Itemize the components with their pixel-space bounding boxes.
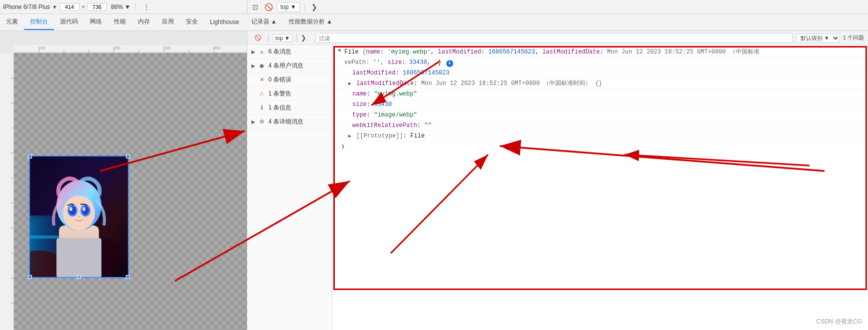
msg-item-verbose[interactable]: ▶ ⚙ 4 条详细消息 [247, 115, 332, 129]
more-options-icon[interactable]: ⋮ [141, 2, 152, 12]
file-name-val: 'myimg.webp' [387, 48, 430, 56]
msg-icon-error: ✕ [258, 76, 265, 83]
log-line-lastmodified: lastModified: 1686567145023 [332, 68, 868, 78]
device-preview-panel: 100 200 300 400 [0, 31, 247, 330]
svg-text:100: 100 [38, 46, 45, 50]
expand-icon[interactable]: ❯ [301, 34, 306, 42]
tab-lighthouse[interactable]: Lighthouse [204, 16, 245, 30]
lastmodified-content: lastModified: 1686567145023 [352, 68, 864, 78]
msg-item-warning[interactable]: ▶ ⚠ 1 条警告 [247, 87, 332, 101]
size-val: 33430 [374, 101, 392, 108]
console-output[interactable]: ▼ File {name: 'myimg.webp', lastModified… [332, 45, 868, 330]
filter-input[interactable] [315, 33, 793, 43]
msg-count-warning: 1 条警告 [268, 90, 291, 98]
log-level-dropdown[interactable]: 默认级别 ▼ [796, 34, 840, 42]
console-cursor-line[interactable]: ❯ [332, 142, 868, 150]
ruler-horizontal: 100 200 300 400 [14, 45, 247, 53]
prototype-content: [[Prototype]]: File [356, 132, 864, 140]
tab-application[interactable]: 应用 [156, 14, 180, 30]
log-line-prototype: ▶ [[Prototype]]: File [332, 131, 868, 142]
tab-network[interactable]: 网络 [84, 14, 108, 30]
devtools-tabs: 元素 控制台 源代码 网络 性能 内存 应用 安全 Lighthouse 记录器… [0, 14, 868, 31]
resize-handle-tr[interactable] [126, 154, 130, 158]
webkit-val: "" [424, 122, 431, 129]
device-height-input[interactable] [87, 3, 107, 11]
lmd-val: Mon Jun 12 2023 18:52:25 GMT+0800 （中国标准时… [421, 80, 602, 87]
msg-count-info: 1 条信息 [268, 104, 291, 112]
settings-icon[interactable]: 🚫 [262, 2, 275, 12]
clear-console-button[interactable]: 🚫 [251, 34, 264, 42]
name-val: "myimg.webp" [374, 90, 417, 98]
proto-val: File [410, 132, 425, 140]
toolbar-separator [135, 3, 136, 11]
expand-btn-proto[interactable]: ▶ [348, 132, 355, 140]
expand-btn-file[interactable]: ▼ [335, 49, 343, 56]
top-selector[interactable]: top ▼ [277, 2, 300, 12]
name-key: name [352, 90, 367, 98]
msg-item-user[interactable]: ▶ ◉ 4 条用户消息 [247, 59, 332, 73]
file-lmd-key: lastModifiedDate [542, 48, 600, 56]
svg-text:400: 400 [213, 46, 220, 50]
ruler-vertical [0, 53, 14, 330]
size-key: size [352, 101, 367, 108]
webkit-content: webkitRelativePath: "" [352, 121, 864, 130]
selection-overlay [29, 156, 129, 278]
resize-handle-tl[interactable] [28, 154, 32, 158]
msg-item-all[interactable]: ▶ ≡ 6 条消息 [247, 45, 332, 59]
right-top-toolbar: ⊡ 🚫 top ▼ | ❯ [247, 0, 868, 14]
watermark: CSDN @视觉CG [816, 318, 862, 326]
file-lm-val: 1686567145023 [488, 48, 535, 56]
dim-separator: × [81, 4, 85, 10]
toolbar-sep-2 [296, 34, 297, 42]
msg-item-info[interactable]: ▶ ℹ 1 条信息 [247, 101, 332, 115]
tab-recorder[interactable]: 记录器 ▲ [245, 14, 283, 30]
name-content: name: "myimg.webp" [352, 90, 864, 98]
chevron-icon[interactable]: ❯ [309, 2, 319, 12]
file-lm-key: lastModified [438, 48, 481, 56]
tab-source[interactable]: 源代码 [54, 14, 84, 30]
tab-console[interactable]: 控制台 [24, 14, 54, 30]
dock-icon[interactable]: ⊡ [250, 2, 260, 12]
type-val: "image/webp" [374, 112, 417, 118]
msg-icon-verbose: ⚙ [258, 118, 265, 125]
msg-count-error: 0 条错误 [268, 76, 291, 84]
file-object-content-2: vePath: '', size: 33430, …} i [344, 58, 864, 67]
lmd-key: lastModifiedDate [356, 80, 414, 87]
resize-handle-bl[interactable] [28, 275, 32, 279]
console-messages-sidebar: ▶ ≡ 6 条消息 ▶ ◉ 4 条用户消息 ▶ ✕ 0 条错误 [247, 45, 332, 330]
device-dropdown-icon[interactable]: ▼ [52, 4, 57, 10]
expand-arrow-verbose: ▶ [251, 119, 255, 124]
console-body: ▶ ≡ 6 条消息 ▶ ◉ 4 条用户消息 ▶ ✕ 0 条错误 [247, 45, 868, 330]
file-object-content: File {name: 'myimg.webp', lastModified: … [344, 48, 864, 56]
tab-performance-insights[interactable]: 性能数据分析 ▲ [283, 14, 338, 30]
expand-btn-lmd[interactable]: ▶ [348, 80, 355, 88]
log-line-webkit: webkitRelativePath: "" [332, 120, 868, 131]
resize-handle-bm[interactable] [77, 275, 81, 279]
device-width-input[interactable] [59, 3, 79, 11]
type-content: type: "image/webp" [352, 110, 864, 120]
tab-elements[interactable]: 元素 [0, 14, 24, 30]
msg-icon-info: ℹ [258, 104, 265, 111]
zoom-selector[interactable]: 86% ▼ [111, 4, 130, 10]
console-toolbar: 🚫 top ▼ ❯ 默认级别 ▼ 1 个问题 [247, 31, 868, 45]
main-layout: 100 200 300 400 [0, 31, 868, 330]
expand-arrow-user: ▶ [251, 63, 255, 68]
left-top-toolbar: iPhone 6/7/8 Plus ▼ × 86% ▼ ⋮ [0, 0, 247, 14]
svg-text:200: 200 [113, 46, 120, 50]
msg-count-all: 6 条消息 [268, 48, 291, 56]
cursor-arrow-icon: ❯ [341, 143, 345, 150]
msg-item-error[interactable]: ▶ ✕ 0 条错误 [247, 73, 332, 87]
proto-brackets: [[Prototype]] [356, 132, 403, 140]
svg-line-46 [391, 154, 488, 253]
clear-icon: 🚫 [254, 34, 261, 41]
resize-handle-br[interactable] [126, 275, 130, 279]
tab-memory[interactable]: 内存 [132, 14, 156, 30]
log-line-lastmodifieddate: ▶ lastModifiedDate: Mon Jun 12 2023 18:5… [332, 78, 868, 89]
tab-performance[interactable]: 性能 [108, 14, 132, 30]
msg-icon-all: ≡ [258, 49, 265, 55]
expand-arrow-all: ▶ [251, 49, 255, 54]
toolbar-sep-1 [268, 34, 269, 42]
info-badge: i [446, 60, 453, 67]
tab-security[interactable]: 安全 [180, 14, 204, 30]
top-context-selector[interactable]: top ▼ [273, 34, 292, 42]
